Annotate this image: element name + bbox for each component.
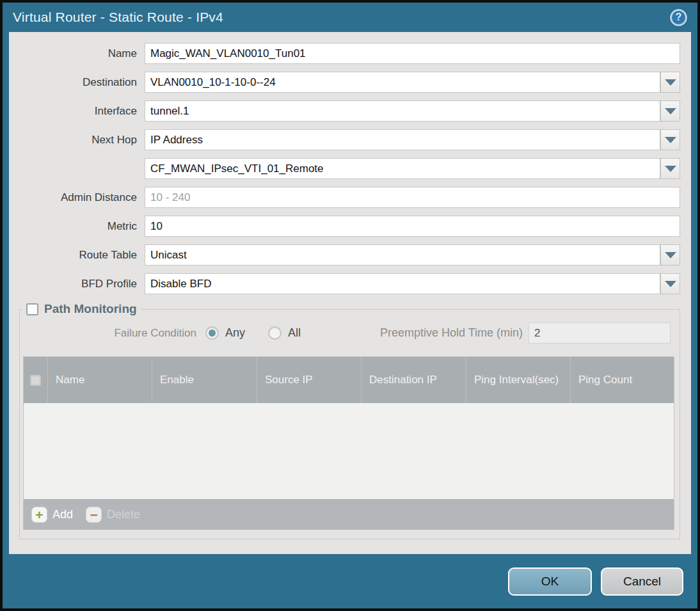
chevron-down-icon xyxy=(665,281,676,287)
form-row-destination: Destination xyxy=(9,72,680,93)
cancel-button[interactable]: Cancel xyxy=(601,567,683,596)
column-header-ping-interval[interactable]: Ping Interval(sec) xyxy=(466,357,570,403)
next-hop-address-input[interactable] xyxy=(145,158,660,179)
form-row-metric: Metric xyxy=(9,216,680,237)
destination-input[interactable] xyxy=(145,72,660,93)
chevron-down-icon xyxy=(665,166,676,172)
path-monitoring-section: Path Monitoring Failure Condition Any Al… xyxy=(19,302,680,539)
table-toolbar: + Add − Delete xyxy=(24,499,674,530)
form-row-route-table: Route Table xyxy=(9,244,680,266)
delete-button-label: Delete xyxy=(107,508,140,521)
form-row-next-hop-address xyxy=(9,158,680,179)
failure-condition-radio-group: Any All xyxy=(196,326,315,340)
admin-distance-label: Admin Distance xyxy=(9,191,137,204)
table-body-empty xyxy=(24,403,674,499)
chevron-down-icon xyxy=(665,252,676,258)
path-monitoring-legend: Path Monitoring xyxy=(22,302,141,316)
dialog-content: Name Destination Interface xyxy=(9,32,691,554)
column-header-name[interactable]: Name xyxy=(47,357,152,403)
interface-label: Interface xyxy=(9,105,137,118)
preemptive-hold-time-label: Preemptive Hold Time (min) xyxy=(380,326,523,340)
route-table-dropdown-button[interactable] xyxy=(660,244,680,266)
table-header-checkbox-cell xyxy=(24,357,47,403)
column-header-enable[interactable]: Enable xyxy=(152,357,257,403)
titlebar: Virtual Router - Static Route - IPv4 ? xyxy=(3,3,697,32)
bfd-profile-label: BFD Profile xyxy=(9,278,137,290)
table-header: Name Enable Source IP Destination IP Pin… xyxy=(24,357,674,403)
radio-any-label: Any xyxy=(225,326,245,340)
plus-icon: + xyxy=(31,507,47,523)
interface-dropdown-button[interactable] xyxy=(660,100,680,122)
bfd-profile-dropdown-button[interactable] xyxy=(660,273,680,294)
dialog-title: Virtual Router - Static Route - IPv4 xyxy=(13,10,223,25)
next-hop-type-input[interactable] xyxy=(145,129,660,150)
form-row-next-hop: Next Hop xyxy=(9,129,680,150)
chevron-down-icon xyxy=(665,108,676,115)
route-table-label: Route Table xyxy=(9,249,137,262)
form-row-name: Name xyxy=(9,43,680,64)
select-all-checkbox[interactable] xyxy=(30,375,41,386)
form-row-admin-distance: Admin Distance xyxy=(9,187,680,208)
add-button-label: Add xyxy=(52,508,73,521)
metric-input[interactable] xyxy=(145,216,680,237)
dialog-frame: Virtual Router - Static Route - IPv4 ? N… xyxy=(3,3,697,608)
route-table-input[interactable] xyxy=(145,244,660,266)
chevron-down-icon xyxy=(665,79,676,86)
path-monitoring-checkbox[interactable] xyxy=(26,303,38,315)
column-header-destination-ip[interactable]: Destination IP xyxy=(361,357,466,403)
next-hop-address-dropdown-button[interactable] xyxy=(660,158,680,179)
help-icon[interactable]: ? xyxy=(670,9,687,26)
chevron-down-icon xyxy=(665,137,676,143)
radio-all[interactable] xyxy=(268,326,282,340)
bfd-profile-input[interactable] xyxy=(145,273,660,294)
interface-input[interactable] xyxy=(145,100,660,122)
radio-any[interactable] xyxy=(205,326,219,340)
form-row-interface: Interface xyxy=(9,100,680,122)
column-header-ping-count[interactable]: Ping Count xyxy=(570,357,674,403)
add-button[interactable]: + Add xyxy=(31,507,73,523)
next-hop-label: Next Hop xyxy=(9,134,137,147)
delete-button[interactable]: − Delete xyxy=(86,507,140,523)
name-label: Name xyxy=(9,47,137,60)
radio-all-label: All xyxy=(288,326,301,340)
metric-label: Metric xyxy=(9,220,137,233)
next-hop-dropdown-button[interactable] xyxy=(660,129,680,150)
column-header-source-ip[interactable]: Source IP xyxy=(257,357,361,403)
destination-dropdown-button[interactable] xyxy=(660,72,680,93)
ok-button[interactable]: OK xyxy=(508,567,592,596)
name-input[interactable] xyxy=(145,43,680,64)
dialog-footer: OK Cancel xyxy=(3,554,697,608)
minus-icon: − xyxy=(86,507,102,523)
dialog-window: Virtual Router - Static Route - IPv4 ? N… xyxy=(0,0,700,611)
form-row-bfd-profile: BFD Profile xyxy=(9,273,680,294)
admin-distance-input[interactable] xyxy=(145,187,680,208)
path-monitoring-title: Path Monitoring xyxy=(44,302,137,316)
failure-condition-row: Failure Condition Any All Preemptive Hol… xyxy=(20,322,671,344)
preemptive-hold-time-input[interactable] xyxy=(529,322,671,344)
path-monitoring-table: Name Enable Source IP Destination IP Pin… xyxy=(23,356,674,530)
destination-label: Destination xyxy=(9,76,137,89)
preemptive-hold-time-group: Preemptive Hold Time (min) xyxy=(380,322,671,344)
failure-condition-label: Failure Condition xyxy=(20,327,196,340)
